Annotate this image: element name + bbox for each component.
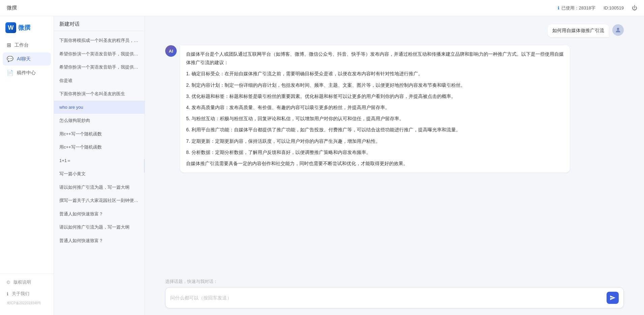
chat-list-item[interactable]: who are you: [54, 101, 145, 114]
sidebar-item-workspace[interactable]: ⊞ 工作台: [3, 38, 51, 52]
chat-list-panel: 新建对话 下面你将模拟成一个叫圣友的程序员，我说...希望你扮演一个英语发音助手…: [54, 16, 145, 315]
sidebar-bottom: © 版权说明 ℹ 关于我们 蜀ICP备2022019348号: [0, 273, 54, 311]
chat-list-item[interactable]: 普通人如何快速致富？: [54, 234, 145, 247]
sidebar-item-label: AI聊天: [17, 56, 31, 62]
chat-list-item[interactable]: 希望你扮演一个英语发音助手，我提供给你...: [54, 47, 145, 61]
chat-list-item[interactable]: 下面你将扮演一个名叫圣友的医生: [54, 87, 145, 101]
sidebar-item-label: 工作台: [14, 42, 29, 48]
chat-list-scroll[interactable]: 下面你将模拟成一个叫圣友的程序员，我说...希望你扮演一个英语发音助手，我提供给…: [54, 31, 145, 315]
user-message-text: 如何用自媒体做推广引流: [548, 24, 609, 37]
info-icon: ℹ: [558, 5, 559, 10]
sidebar-item-ai-chat[interactable]: 💬 AI聊天: [3, 52, 51, 65]
usage-info: ℹ 已使用：28318字: [558, 5, 595, 11]
main-layout: W 微撰 ⊞ 工作台 💬 AI聊天 📄 稿件中心 © 版权说明 ℹ: [0, 16, 644, 315]
user-message: 如何用自媒体做推广引流: [165, 24, 624, 41]
ai-avatar: AI: [165, 45, 177, 57]
collapse-button[interactable]: ◀: [144, 159, 145, 173]
send-button[interactable]: [607, 292, 619, 304]
chat-main: 如何用自媒体做推广引流 AI 自媒体平台是个人或团队通过互联网平台（如博客、微博…: [145, 16, 644, 315]
usage-text: 已使用：28318字: [561, 5, 595, 11]
chat-list-item[interactable]: 请以如何推广引流为题，写一篇大纲: [54, 220, 145, 234]
topbar: 微撰 ℹ 已使用：28318字 ID:100519 ⏻: [0, 0, 644, 16]
chat-list-header[interactable]: 新建对话: [54, 16, 145, 31]
chat-list-item[interactable]: 希望你扮演一个英语发音助手，我提供给你...: [54, 60, 145, 74]
chat-list-item[interactable]: 1+1＝: [54, 154, 145, 167]
chat-input[interactable]: [170, 295, 603, 300]
chat-list-item[interactable]: 写一篇小黄文: [54, 167, 145, 181]
about-icon: ℹ: [7, 291, 8, 296]
workspace-icon: ⊞: [7, 42, 11, 48]
logo-text: 微撰: [18, 24, 30, 32]
ai-message-text: 自媒体平台是个人或团队通过互联网平台（如博客、微博、微信公众号、抖音、快手等）发…: [180, 45, 570, 173]
sidebar-bottom-label: 版权说明: [13, 279, 31, 285]
chat-list-item[interactable]: 怎么做狗屁炒肉: [54, 114, 145, 127]
ai-message: AI 自媒体平台是个人或团队通过互联网平台（如博客、微博、微信公众号、抖音、快手…: [165, 45, 624, 173]
sidebar-item-about[interactable]: ℹ 关于我们: [3, 288, 51, 299]
copyright-icon: ©: [7, 280, 10, 285]
chat-list-item[interactable]: 用c++写一个随机函数: [54, 140, 145, 154]
sidebar-item-copyright[interactable]: © 版权说明: [3, 277, 51, 288]
chat-list-item[interactable]: 普通人如何快速致富？: [54, 207, 145, 221]
svg-point-0: [617, 28, 619, 30]
sidebar-item-label: 稿件中心: [17, 70, 36, 76]
chat-messages: 如何用自媒体做推广引流 AI 自媒体平台是个人或团队通过互联网平台（如博客、微博…: [145, 16, 644, 274]
chat-list-item[interactable]: 请以如何推广引流为题，写一篇大纲: [54, 181, 145, 194]
sidebar-item-drafts[interactable]: 📄 稿件中心: [3, 66, 51, 79]
topbar-title: 微撰: [7, 5, 558, 11]
sidebar-nav: ⊞ 工作台 💬 AI聊天 📄 稿件中心: [0, 38, 54, 273]
chat-list-item[interactable]: 用c++写一个随机函数: [54, 127, 145, 141]
logo-mark: W: [5, 22, 16, 33]
chat-topics-label: 选择话题，快速与我对话：: [165, 279, 624, 285]
sidebar-bottom-label: 关于我们: [12, 291, 29, 297]
topbar-right: ℹ 已使用：28318字 ID:100519 ⏻: [558, 5, 637, 11]
chat-list-item[interactable]: 撰写一篇关于八大家花园社区一刻钟便民生...: [54, 194, 145, 207]
icp-text: 蜀ICP备2022019348号: [3, 299, 51, 308]
input-box: [165, 287, 624, 308]
chat-list-item[interactable]: 你是谁: [54, 74, 145, 87]
chat-list-item[interactable]: 下面你将模拟成一个叫圣友的程序员，我说...: [54, 34, 145, 47]
drafts-icon: 📄: [7, 70, 13, 76]
id-info: ID:100519: [604, 5, 624, 10]
chat-icon: 💬: [7, 56, 13, 62]
power-icon[interactable]: ⏻: [632, 5, 637, 11]
sidebar: W 微撰 ⊞ 工作台 💬 AI聊天 📄 稿件中心 © 版权说明 ℹ: [0, 16, 54, 315]
user-avatar: [612, 24, 624, 36]
sidebar-logo: W 微撰: [0, 20, 54, 38]
chat-input-area: 选择话题，快速与我对话：: [145, 274, 644, 315]
